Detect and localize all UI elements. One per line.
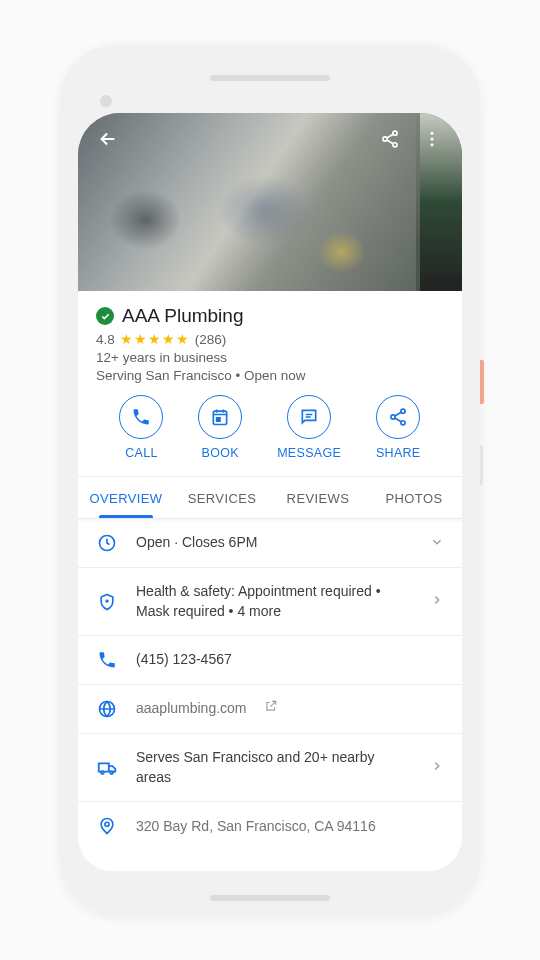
- phone-icon: [131, 407, 151, 427]
- message-label: MESSAGE: [277, 446, 341, 460]
- share-icon: [380, 129, 400, 149]
- website-text: aaaplumbing.com: [136, 699, 444, 719]
- share-label: SHARE: [376, 446, 421, 460]
- screen: AAA Plumbing 4.8 ★★★★★ (286) 12+ years i…: [78, 113, 462, 871]
- svg-point-5: [431, 143, 434, 146]
- share-button[interactable]: SHARE: [376, 395, 421, 460]
- svg-point-0: [393, 131, 397, 135]
- phone-row-icon: [97, 650, 117, 670]
- address-row[interactable]: 320 Bay Rd, San Francisco, CA 94116: [78, 802, 462, 850]
- tab-photos[interactable]: PHOTOS: [366, 477, 462, 518]
- chevron-right-icon: [430, 759, 444, 773]
- svg-point-4: [431, 138, 434, 141]
- svg-point-10: [401, 421, 405, 425]
- header-card: AAA Plumbing 4.8 ★★★★★ (286) 12+ years i…: [78, 291, 462, 477]
- address-text: 320 Bay Rd, San Francisco, CA 94116: [136, 817, 444, 837]
- shield-icon: [97, 592, 117, 612]
- clock-icon: [97, 533, 117, 553]
- book-button[interactable]: BOOK: [198, 395, 242, 460]
- tab-overview[interactable]: OVERVIEW: [78, 477, 174, 518]
- hero-image[interactable]: [78, 113, 462, 291]
- svg-rect-7: [217, 418, 220, 421]
- review-count[interactable]: (286): [195, 332, 227, 347]
- chevron-right-icon: [430, 593, 444, 607]
- svg-point-9: [391, 415, 395, 419]
- call-label: CALL: [125, 446, 157, 460]
- back-button[interactable]: [96, 127, 120, 151]
- more-vert-icon: [422, 129, 442, 149]
- phone-text: (415) 123-4567: [136, 650, 444, 670]
- call-button[interactable]: CALL: [119, 395, 163, 460]
- serving-line: Serving San Francisco • Open now: [96, 368, 444, 383]
- safety-row[interactable]: Health & safety: Appointment required • …: [78, 568, 462, 636]
- pin-icon: [97, 816, 117, 836]
- serves-row[interactable]: Serves San Francisco and 20+ nearby area…: [78, 734, 462, 802]
- safety-text: Health & safety: Appointment required • …: [136, 582, 412, 621]
- external-link-icon: [264, 699, 278, 713]
- hours-text: Open · Closes 6PM: [136, 533, 412, 553]
- rating-value: 4.8: [96, 332, 115, 347]
- verified-badge-icon: [96, 307, 114, 325]
- tab-services[interactable]: SERVICES: [174, 477, 270, 518]
- globe-icon: [97, 699, 117, 719]
- tab-reviews[interactable]: REVIEWS: [270, 477, 366, 518]
- svg-point-8: [401, 409, 405, 413]
- svg-point-3: [431, 132, 434, 135]
- more-button[interactable]: [420, 127, 444, 151]
- arrow-left-icon: [97, 128, 119, 150]
- svg-point-2: [393, 143, 397, 147]
- svg-point-1: [383, 137, 387, 141]
- tab-bar: OVERVIEW SERVICES REVIEWS PHOTOS: [78, 477, 462, 519]
- stars-icon: ★★★★★: [120, 331, 190, 347]
- message-button[interactable]: MESSAGE: [277, 395, 341, 460]
- truck-icon: [96, 757, 118, 779]
- svg-point-15: [105, 823, 109, 827]
- hours-row[interactable]: Open · Closes 6PM: [78, 519, 462, 568]
- message-icon: [299, 407, 319, 427]
- chevron-down-icon: [430, 535, 444, 549]
- business-name: AAA Plumbing: [122, 305, 243, 327]
- years-in-business: 12+ years in business: [96, 350, 444, 365]
- serves-text: Serves San Francisco and 20+ nearby area…: [136, 748, 412, 787]
- calendar-icon: [210, 407, 230, 427]
- share-action-icon: [388, 407, 408, 427]
- share-hero-button[interactable]: [378, 127, 402, 151]
- book-label: BOOK: [202, 446, 239, 460]
- phone-row[interactable]: (415) 123-4567: [78, 636, 462, 685]
- website-row[interactable]: aaaplumbing.com: [78, 685, 462, 734]
